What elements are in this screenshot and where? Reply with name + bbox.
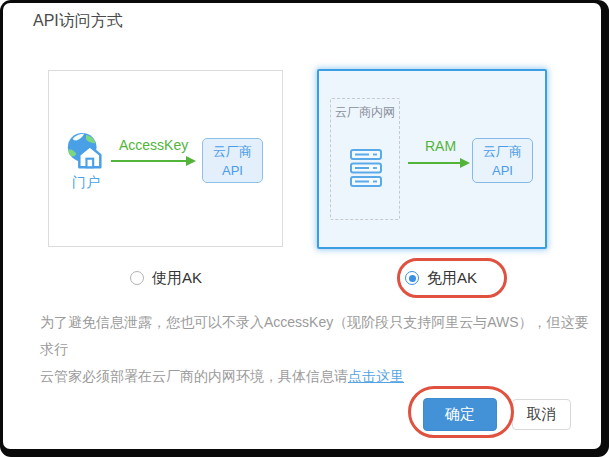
radio-option-no-ak[interactable]: 免用AK: [405, 268, 477, 288]
description-line2: 云管家必须部署在云厂商的内网环境，具体信息请点击这里: [40, 363, 595, 390]
green-arrow-icon: [408, 157, 470, 169]
portal-label: 门户: [49, 174, 123, 192]
intranet-label: 云厂商内网: [331, 104, 399, 121]
option-card-no-ak[interactable]: 云厂商内网: [317, 69, 547, 249]
radio-label-use-ak[interactable]: 使用AK: [152, 269, 202, 288]
radio-label-no-ak[interactable]: 免用AK: [427, 269, 477, 288]
dialog-title: API访问方式: [33, 11, 123, 32]
radio-circle-unchecked[interactable]: [130, 271, 144, 285]
api-box-line2: API: [222, 161, 243, 180]
ram-arrow-label: RAM: [425, 138, 456, 154]
cloud-vendor-api-box: 云厂商 API: [202, 138, 263, 183]
globe-home-icon: [65, 131, 107, 173]
green-arrow-icon: [111, 155, 196, 167]
confirm-button[interactable]: 确定: [423, 398, 497, 431]
server-stack-icon: [350, 149, 382, 189]
api-box-line2: API: [492, 161, 513, 180]
intranet-dashed-box: 云厂商内网: [330, 98, 400, 220]
api-box-line1: 云厂商: [483, 142, 522, 161]
window-frame: API访问方式 门户 AccessKey 云厂商: [0, 0, 609, 457]
api-access-dialog: API访问方式 门户 AccessKey 云厂商: [3, 3, 601, 449]
description-line2-text: 云管家必须部署在云厂商的内网环境，具体信息请: [40, 368, 348, 384]
radio-circle-checked[interactable]: [405, 271, 419, 285]
cancel-button[interactable]: 取消: [512, 399, 571, 430]
cloud-vendor-api-box: 云厂商 API: [472, 138, 533, 183]
radio-dot: [409, 275, 416, 282]
description-text: 为了避免信息泄露，您也可以不录入AccessKey（现阶段只支持阿里云与AWS）…: [40, 309, 595, 390]
api-box-line1: 云厂商: [213, 142, 252, 161]
dialog-screenshot: API访问方式 门户 AccessKey 云厂商: [0, 0, 609, 457]
click-here-link[interactable]: 点击这里: [348, 368, 404, 384]
accesskey-arrow-label: AccessKey: [119, 137, 188, 153]
radio-option-use-ak[interactable]: 使用AK: [130, 268, 202, 288]
option-card-use-ak[interactable]: 门户 AccessKey 云厂商 API: [48, 70, 283, 247]
description-line1: 为了避免信息泄露，您也可以不录入AccessKey（现阶段只支持阿里云与AWS）…: [40, 309, 595, 363]
